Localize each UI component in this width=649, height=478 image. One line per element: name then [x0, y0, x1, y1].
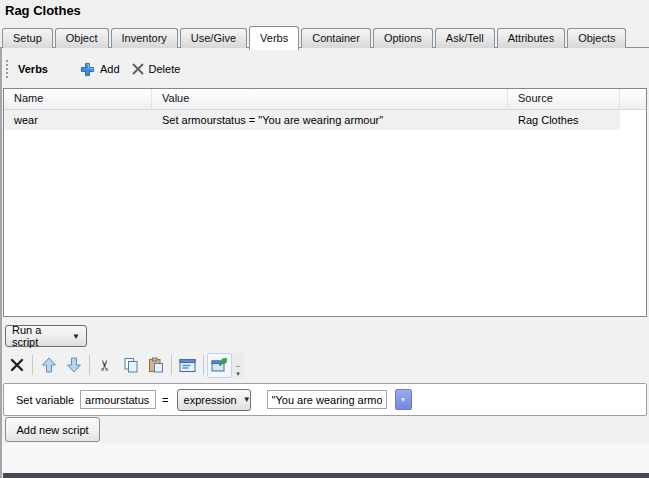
- popout-button[interactable]: [207, 353, 232, 378]
- script-type-dropdown[interactable]: Run a script ▼: [5, 325, 87, 347]
- add-plus-icon: [80, 62, 95, 77]
- tab-use-give[interactable]: Use/Give: [180, 28, 247, 48]
- toolbar-separator: [32, 355, 33, 375]
- cut-icon: ✂: [96, 359, 114, 372]
- verbs-table: Name Value Source wear Set armourstatus …: [3, 88, 647, 317]
- copy-icon: [123, 357, 139, 373]
- tab-inventory[interactable]: Inventory: [111, 28, 178, 48]
- tab-container[interactable]: Container: [301, 28, 371, 48]
- add-verb-button[interactable]: Add: [74, 60, 126, 79]
- overflow-dash: –: [236, 362, 240, 370]
- table-header: Name Value Source: [4, 89, 646, 110]
- script-command-row: Set variable = expression ▼ ▾: [3, 383, 647, 416]
- move-down-button[interactable]: [61, 353, 86, 378]
- toolbar-separator: [171, 355, 172, 375]
- toolbar-overflow[interactable]: – ▾: [232, 353, 244, 378]
- script-editor-toolbar: ✂: [4, 351, 244, 379]
- delete-icon: [10, 358, 24, 372]
- column-header-name[interactable]: Name: [4, 89, 152, 109]
- tab-setup[interactable]: Setup: [2, 28, 53, 48]
- popout-icon: [211, 357, 228, 373]
- chevron-down-icon: ▼: [243, 395, 251, 404]
- expression-mode-dropdown[interactable]: expression ▼: [177, 389, 251, 411]
- cut-button[interactable]: ✂: [93, 353, 118, 378]
- verbs-toolbar: Verbs Add Delete: [4, 56, 186, 82]
- delete-verb-button[interactable]: Delete: [126, 61, 187, 77]
- tab-attributes[interactable]: Attributes: [497, 28, 565, 48]
- cell-name: wear: [4, 110, 152, 130]
- tab-ask-tell[interactable]: Ask/Tell: [435, 28, 495, 48]
- add-verb-label: Add: [100, 63, 120, 75]
- expression-value-input[interactable]: [267, 390, 387, 409]
- cell-value: Set armourstatus = "You are wearing armo…: [152, 110, 508, 130]
- delete-x-icon: [132, 63, 144, 75]
- lower-background: [2, 443, 649, 473]
- paste-icon: [148, 357, 164, 373]
- bottom-divider-bar: [3, 473, 649, 478]
- code-view-icon: [179, 358, 196, 373]
- tab-options[interactable]: Options: [373, 28, 433, 48]
- tab-objects[interactable]: Objects: [567, 28, 626, 48]
- column-header-filler: [620, 89, 646, 109]
- toolbar-separator: [89, 355, 90, 375]
- delete-verb-label: Delete: [149, 63, 181, 75]
- tab-object[interactable]: Object: [55, 28, 109, 48]
- copy-button[interactable]: [118, 353, 143, 378]
- code-view-button[interactable]: [175, 353, 200, 378]
- expression-mode-value: expression: [184, 394, 237, 406]
- cell-source: Rag Clothes: [508, 110, 620, 130]
- expression-helper-button[interactable]: ▾: [395, 389, 412, 410]
- script-delete-button[interactable]: [4, 353, 29, 378]
- object-title: Rag Clothes: [5, 3, 81, 18]
- add-new-script-button[interactable]: Add new script: [5, 417, 100, 442]
- toolbar-separator: [203, 355, 204, 375]
- chevron-down-icon: ▾: [401, 395, 405, 404]
- column-header-value[interactable]: Value: [152, 89, 508, 109]
- paste-button[interactable]: [143, 353, 168, 378]
- column-header-source[interactable]: Source: [508, 89, 620, 109]
- move-up-icon: [41, 357, 57, 373]
- set-variable-label: Set variable: [16, 394, 74, 406]
- move-up-button[interactable]: [36, 353, 61, 378]
- script-type-value: Run a script: [12, 324, 66, 348]
- toolbar-grip[interactable]: [6, 60, 10, 78]
- move-down-icon: [66, 357, 82, 373]
- overflow-arrow-icon: ▾: [236, 370, 240, 378]
- toolbar-title: Verbs: [18, 63, 48, 75]
- tab-strip: Setup Object Inventory Use/Give Verbs Co…: [2, 26, 628, 48]
- equals-label: =: [162, 394, 168, 406]
- add-new-script-label: Add new script: [16, 424, 88, 436]
- table-row[interactable]: wear Set armourstatus = "You are wearing…: [4, 110, 620, 130]
- chevron-down-icon: ▼: [72, 332, 80, 341]
- variable-name-input[interactable]: [80, 390, 156, 409]
- tab-verbs[interactable]: Verbs: [249, 26, 299, 50]
